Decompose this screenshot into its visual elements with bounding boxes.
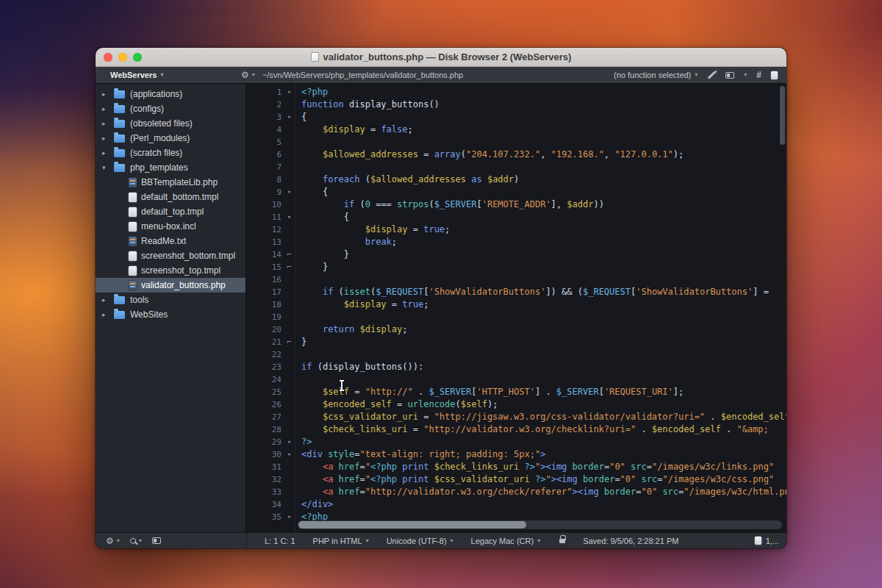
line-number[interactable]: 2 <box>246 98 284 111</box>
code-line[interactable]: <div style="text-align: right; padding: … <box>301 448 786 461</box>
pencil-icon[interactable] <box>708 71 716 79</box>
line-number[interactable]: 32 <box>246 473 284 486</box>
code-line[interactable]: } <box>301 336 786 348</box>
disclosure-expanded-icon[interactable]: ▾ <box>102 164 114 171</box>
code-line[interactable]: } <box>301 248 786 261</box>
folder-row[interactable]: ▸(scratch files) <box>96 146 245 160</box>
file-row[interactable]: default_top.tmpl <box>96 204 245 219</box>
line-number[interactable]: 27 <box>246 411 284 423</box>
line-number[interactable]: 6 <box>246 148 284 161</box>
folder-row[interactable]: ▸(applications) <box>96 87 245 101</box>
file-row[interactable]: menu-box.incl <box>96 219 245 234</box>
fold-open-icon[interactable]: ▾ <box>284 111 295 123</box>
line-number[interactable]: 21 <box>246 336 284 348</box>
disclosure-collapsed-icon[interactable]: ▸ <box>102 149 114 157</box>
fold-open-icon[interactable]: ▾ <box>284 511 295 523</box>
code-area[interactable]: <?phpfunction display_buttons(){ $displa… <box>295 84 786 532</box>
close-button[interactable] <box>104 53 112 62</box>
fold-end-icon[interactable]: ¬ <box>284 336 295 348</box>
code-line[interactable]: <a href="http://validator.w3.org/check/r… <box>301 486 786 498</box>
file-row[interactable]: default_bottom.tmpl <box>96 190 245 204</box>
minimize-button[interactable] <box>118 53 127 62</box>
code-line[interactable]: $self = "http://" . $_SERVER['HTTP_HOST'… <box>301 386 786 398</box>
code-line[interactable]: if (display_buttons()): <box>301 361 786 373</box>
code-line[interactable] <box>301 348 786 361</box>
vertical-scrollbar-thumb[interactable] <box>780 86 785 145</box>
code-line[interactable]: break; <box>301 236 786 248</box>
code-line[interactable]: foreach ($allowed_addresses as $addr) <box>301 173 786 186</box>
code-line[interactable]: $display = true; <box>301 223 786 236</box>
fold-end-icon[interactable]: ¬ <box>284 261 295 273</box>
line-number[interactable]: 34 <box>246 498 284 511</box>
editor[interactable]: 1▾23▾456789▾1011▾121314¬15¬161718192021¬… <box>246 84 786 532</box>
fold-open-icon[interactable]: ▾ <box>284 86 295 98</box>
line-number[interactable]: 3 <box>246 111 284 123</box>
code-line[interactable]: $display = false; <box>301 123 786 136</box>
code-line[interactable]: </div> <box>301 498 786 511</box>
code-line[interactable]: $css_validator_uri = "http://jigsaw.w3.o… <box>301 411 786 423</box>
line-number[interactable]: 29 <box>246 436 284 448</box>
line-number[interactable]: 8 <box>246 173 284 186</box>
line-number[interactable]: 14 <box>246 248 284 261</box>
folder-row[interactable]: ▸WebSites <box>96 307 245 322</box>
code-line[interactable] <box>301 161 786 173</box>
line-number[interactable]: 10 <box>246 198 284 211</box>
fold-open-icon[interactable]: ▾ <box>284 186 295 198</box>
code-line[interactable]: $allowed_addresses = array("204.107.232.… <box>301 148 786 161</box>
line-number[interactable]: 4 <box>246 123 284 136</box>
line-number[interactable]: 7 <box>246 161 284 173</box>
code-line[interactable] <box>301 311 786 323</box>
line-number[interactable]: 35 <box>246 511 284 523</box>
folder-row[interactable]: ▾php_templates <box>96 160 245 175</box>
code-line[interactable]: function display_buttons() <box>301 98 786 111</box>
markers-icon[interactable] <box>725 72 734 79</box>
line-number[interactable]: 11 <box>246 211 284 223</box>
line-number[interactable]: 13 <box>246 236 284 248</box>
disclosure-collapsed-icon[interactable]: ▸ <box>102 90 114 98</box>
file-row[interactable]: screenshot_top.tmpl <box>96 263 245 278</box>
file-row[interactable]: screenshot_bottom.tmpl <box>96 248 245 263</box>
code-line[interactable]: { <box>301 111 786 123</box>
line-number[interactable]: 1 <box>246 86 284 98</box>
code-line[interactable] <box>301 136 786 148</box>
hash-icon[interactable]: # <box>756 70 761 80</box>
code-line[interactable] <box>301 373 786 386</box>
zoom-button[interactable] <box>133 53 142 62</box>
project-menu[interactable]: WebServers ▾ <box>96 71 241 79</box>
fold-end-icon[interactable]: ¬ <box>284 248 295 261</box>
disclosure-collapsed-icon[interactable]: ▸ <box>102 105 114 112</box>
line-number[interactable]: 30 <box>246 448 284 461</box>
line-endings-menu[interactable]: Legacy Mac (CR) ▾ <box>471 537 541 545</box>
code-line[interactable]: $check_links_uri = "http://validator.w3.… <box>301 423 786 436</box>
file-row[interactable]: validator_buttons.php <box>96 278 245 293</box>
disclosure-collapsed-icon[interactable]: ▸ <box>102 135 114 142</box>
line-number[interactable]: 25 <box>246 386 284 398</box>
disclosure-collapsed-icon[interactable]: ▸ <box>102 311 114 318</box>
disclosure-collapsed-icon[interactable]: ▸ <box>102 296 114 304</box>
fold-open-icon[interactable]: ▾ <box>284 448 295 461</box>
line-number[interactable]: 24 <box>246 373 284 386</box>
line-number[interactable]: 31 <box>246 461 284 473</box>
code-line[interactable]: { <box>301 211 786 223</box>
line-number[interactable]: 28 <box>246 423 284 436</box>
document-proxy-icon[interactable] <box>311 52 319 62</box>
lock-icon[interactable] <box>559 539 565 543</box>
file-row[interactable]: BBTemplateLib.php <box>96 175 245 190</box>
sidebar-gear-menu[interactable]: ⚙ ▾ <box>106 537 120 545</box>
horizontal-scrollbar-thumb[interactable] <box>298 521 526 528</box>
folder-row[interactable]: ▸(configs) <box>96 101 245 116</box>
code-line[interactable]: { <box>301 186 786 198</box>
line-number[interactable]: 20 <box>246 323 284 336</box>
disclosure-collapsed-icon[interactable]: ▸ <box>102 120 114 127</box>
line-number[interactable]: 15 <box>246 261 284 273</box>
file-row[interactable]: ReadMe.txt <box>96 234 245 248</box>
line-number[interactable]: 17 <box>246 286 284 298</box>
folder-row[interactable]: ▸(obsoleted files) <box>96 116 245 131</box>
line-number[interactable]: 22 <box>246 348 284 361</box>
line-number[interactable]: 23 <box>246 361 284 373</box>
code-line[interactable]: <a href="<?php print $css_validator_uri … <box>301 473 786 486</box>
folder-row[interactable]: ▸tools <box>96 293 245 307</box>
sidebar-search-menu[interactable]: ▾ <box>130 538 142 544</box>
fold-open-icon[interactable]: ▾ <box>284 436 295 448</box>
fold-open-icon[interactable]: ▾ <box>284 211 295 223</box>
